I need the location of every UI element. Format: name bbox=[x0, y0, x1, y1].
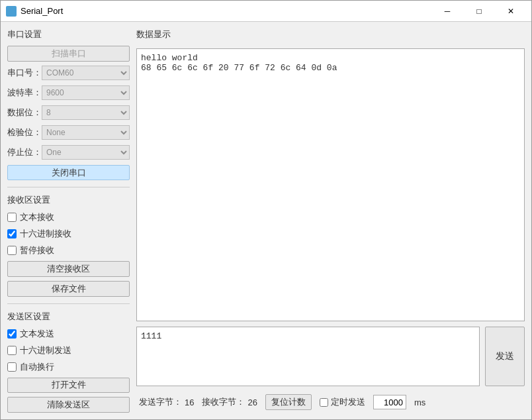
main-window: Serial_Port ─ □ ✕ 串口设置 扫描串口 串口号： COM60 波… bbox=[0, 0, 532, 420]
clear-recv-button[interactable]: 清空接收区 bbox=[7, 261, 130, 277]
ms-label: ms bbox=[414, 397, 425, 407]
status-bar: 发送字节： 16 接收字节： 26 复位计数 定时发送 ms bbox=[136, 392, 525, 413]
parity-label: 检验位： bbox=[7, 127, 42, 138]
maximize-button[interactable]: □ bbox=[464, 1, 494, 22]
recv-bytes-label: 接收字节： bbox=[202, 396, 245, 408]
data-display-title: 数据显示 bbox=[136, 28, 525, 40]
baud-label: 波特率： bbox=[7, 87, 42, 99]
parity-select[interactable]: None bbox=[42, 125, 130, 140]
app-icon bbox=[6, 6, 17, 17]
auto-newline-row: 自动换行 bbox=[7, 361, 130, 373]
hex-recv-checkbox[interactable] bbox=[7, 229, 17, 238]
data-display-area: hello world 68 65 6c 6c 6f 20 77 6f 72 6… bbox=[136, 48, 525, 321]
send-settings-label: 发送区设置 bbox=[7, 311, 130, 323]
data-bits-label: 数据位： bbox=[7, 107, 42, 119]
send-row: 1111 发送 bbox=[136, 327, 525, 386]
pause-recv-checkbox[interactable] bbox=[7, 246, 17, 255]
serial-settings-label: 串口设置 bbox=[7, 28, 130, 40]
stop-bits-select[interactable]: One bbox=[42, 145, 130, 160]
window-content: 串口设置 扫描串口 串口号： COM60 波特率： 9600 数据位： 8 bbox=[1, 22, 531, 419]
open-file-button[interactable]: 打开文件 bbox=[7, 378, 130, 394]
recv-bytes-item: 接收字节： 26 bbox=[202, 396, 257, 408]
close-button[interactable]: ✕ bbox=[496, 1, 526, 22]
window-title: Serial_Port bbox=[21, 6, 432, 16]
hex-send-label: 十六进制发送 bbox=[20, 344, 71, 356]
hex-recv-label: 十六进制接收 bbox=[20, 228, 71, 240]
hex-send-row: 十六进制发送 bbox=[7, 344, 130, 356]
divider-1 bbox=[7, 187, 130, 187]
text-recv-label: 文本接收 bbox=[20, 211, 54, 223]
window-controls: ─ □ ✕ bbox=[432, 1, 526, 22]
scan-port-button[interactable]: 扫描串口 bbox=[7, 46, 130, 62]
title-bar: Serial_Port ─ □ ✕ bbox=[1, 1, 531, 22]
divider-2 bbox=[7, 303, 130, 304]
data-bits-select[interactable]: 8 bbox=[42, 105, 130, 120]
timed-send-row: 定时发送 bbox=[320, 396, 365, 408]
recv-settings-label: 接收区设置 bbox=[7, 194, 130, 206]
minimize-button[interactable]: ─ bbox=[432, 1, 463, 22]
timed-send-label: 定时发送 bbox=[331, 396, 365, 408]
left-panel: 串口设置 扫描串口 串口号： COM60 波特率： 9600 数据位： 8 bbox=[7, 28, 130, 413]
send-input[interactable]: 1111 bbox=[136, 327, 480, 386]
port-row: 串口号： COM60 bbox=[7, 66, 130, 80]
text-send-label: 文本发送 bbox=[20, 328, 54, 340]
auto-newline-checkbox[interactable] bbox=[7, 362, 17, 372]
data-bits-row: 数据位： 8 bbox=[7, 105, 130, 120]
text-send-row: 文本发送 bbox=[7, 328, 130, 340]
right-panel: 数据显示 hello world 68 65 6c 6c 6f 20 77 6f… bbox=[136, 28, 525, 413]
reset-count-button[interactable]: 复位计数 bbox=[265, 394, 312, 410]
send-button[interactable]: 发送 bbox=[485, 327, 525, 386]
stop-bits-row: 停止位： One bbox=[7, 145, 130, 160]
port-select[interactable]: COM60 bbox=[42, 66, 130, 80]
baud-select[interactable]: 9600 bbox=[42, 85, 130, 100]
close-port-button[interactable]: 关闭串口 bbox=[7, 165, 130, 181]
send-bytes-value: 16 bbox=[185, 397, 194, 407]
baud-row: 波特率： 9600 bbox=[7, 85, 130, 100]
port-label: 串口号： bbox=[7, 67, 42, 79]
save-file-button[interactable]: 保存文件 bbox=[7, 281, 130, 297]
text-recv-row: 文本接收 bbox=[7, 211, 130, 223]
recv-bytes-value: 26 bbox=[247, 397, 257, 407]
stop-bits-label: 停止位： bbox=[7, 146, 42, 158]
hex-recv-row: 十六进制接收 bbox=[7, 228, 130, 240]
text-recv-checkbox[interactable] bbox=[7, 213, 17, 222]
timed-send-checkbox[interactable] bbox=[320, 398, 328, 407]
hex-send-checkbox[interactable] bbox=[7, 346, 17, 355]
parity-row: 检验位： None bbox=[7, 125, 130, 140]
auto-newline-label: 自动换行 bbox=[20, 361, 54, 373]
pause-recv-label: 暂停接收 bbox=[20, 244, 54, 256]
send-bytes-item: 发送字节： 16 bbox=[139, 396, 194, 408]
send-bytes-label: 发送字节： bbox=[139, 396, 182, 408]
timed-send-input[interactable] bbox=[373, 395, 406, 409]
text-send-checkbox[interactable] bbox=[7, 329, 17, 339]
clear-send-button[interactable]: 清除发送区 bbox=[7, 397, 130, 413]
pause-recv-row: 暂停接收 bbox=[7, 244, 130, 256]
